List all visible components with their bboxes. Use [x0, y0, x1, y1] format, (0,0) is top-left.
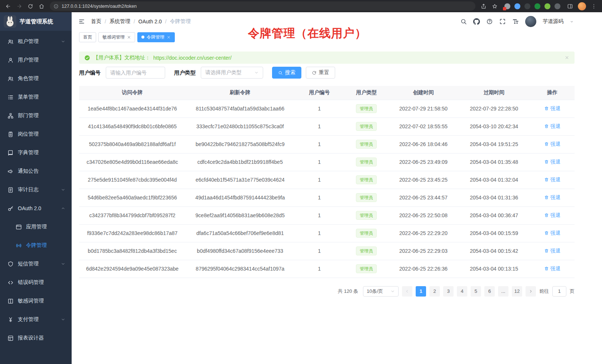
help-icon[interactable]: [486, 18, 493, 25]
expire-time-cell: 2054-03-10 20:42:34: [458, 118, 530, 135]
sidebar-item[interactable]: 审计日志: [0, 181, 72, 199]
page-button[interactable]: 3: [443, 286, 454, 297]
side-panel-icon[interactable]: [565, 1, 575, 11]
chevron-down-icon: [61, 39, 65, 44]
tab[interactable]: 敏感词管理: [98, 32, 135, 42]
sidebar-item[interactable]: OAuth 2.0: [0, 199, 72, 218]
breadcrumb: 首页/系统管理/OAuth 2.0/令牌管理: [91, 18, 191, 25]
user-type-select[interactable]: 请选择用户类型: [201, 67, 263, 79]
force-logout-button[interactable]: 强退: [544, 105, 560, 112]
sidebar-item-label: 菜单管理: [18, 94, 65, 100]
reset-button-label: 重置: [319, 69, 329, 76]
next-page-button[interactable]: [526, 286, 536, 297]
bookmark-star-icon[interactable]: [490, 1, 500, 11]
extension-icon[interactable]: [504, 3, 510, 9]
extension-icon[interactable]: [534, 3, 540, 9]
table-row: 502375b8040a469a9b82188afdf6af1fbe90422b…: [79, 135, 575, 153]
page-button[interactable]: 5: [471, 286, 481, 297]
info-icon[interactable]: [53, 4, 59, 9]
force-logout-button[interactable]: 强退: [544, 176, 560, 183]
force-logout-button[interactable]: 强退: [544, 212, 560, 219]
extension-icon[interactable]: [524, 3, 530, 9]
github-icon[interactable]: [473, 18, 480, 25]
search-button[interactable]: 搜索: [272, 67, 301, 79]
sidebar-item[interactable]: 岗位管理: [0, 125, 72, 143]
column-header: 访问令牌: [79, 86, 186, 100]
layout-icon: [7, 335, 14, 341]
sidebar-item[interactable]: 租户管理: [0, 32, 72, 51]
breadcrumb-item[interactable]: OAuth 2.0: [138, 19, 162, 24]
extension-icon[interactable]: [554, 3, 560, 9]
font-size-icon[interactable]: [512, 18, 519, 25]
force-logout-button[interactable]: 强退: [544, 141, 560, 148]
expire-time-cell: 2054-03-04 00:36:47: [458, 206, 530, 224]
back-icon[interactable]: [3, 1, 13, 11]
user-id-cell: 1: [295, 118, 344, 135]
home-icon[interactable]: [36, 1, 47, 11]
sidebar-item[interactable]: 角色管理: [0, 69, 72, 88]
force-logout-button[interactable]: 强退: [544, 248, 560, 254]
address-bar[interactable]: 127.0.0.1:1024/system/oauth2/token: [50, 1, 475, 11]
extension-icon[interactable]: [544, 3, 550, 9]
alert-close-icon[interactable]: [565, 55, 569, 60]
page-button[interactable]: 4: [457, 286, 467, 297]
close-icon[interactable]: [127, 35, 131, 39]
goto-page-input[interactable]: [552, 286, 566, 297]
extension-icon[interactable]: [514, 3, 520, 9]
page-button[interactable]: 2: [429, 286, 440, 297]
user-name[interactable]: 芋道源码: [543, 18, 563, 25]
page-size-select[interactable]: 10条/页: [363, 286, 399, 297]
page-button[interactable]: 6: [484, 286, 495, 297]
created-time-cell: 2022-06-25 22:29:20: [389, 224, 458, 242]
fullscreen-icon[interactable]: [499, 18, 506, 25]
tabs-bar: 首页敏感词管理令牌管理: [72, 31, 602, 43]
force-logout-button[interactable]: 强退: [544, 159, 560, 165]
breadcrumb-item[interactable]: 首页: [91, 18, 101, 25]
force-logout-button[interactable]: 强退: [544, 265, 560, 272]
share-icon[interactable]: [478, 1, 489, 11]
sidebar-item[interactable]: 应用管理: [0, 218, 72, 236]
sidebar-item[interactable]: 短信管理: [0, 255, 72, 273]
sidebar-item[interactable]: 用户管理: [0, 51, 72, 69]
sidebar-item[interactable]: 字典管理: [0, 143, 72, 162]
forward-icon[interactable]: [14, 1, 24, 11]
access-token-cell: c342377bf8b344799dcbf7bf095287f2: [79, 206, 186, 224]
sidebar-item[interactable]: 支付管理: [0, 310, 72, 329]
sidebar-item[interactable]: 令牌管理: [0, 236, 72, 255]
sidebar-item[interactable]: 错误码管理: [0, 273, 72, 292]
reset-button[interactable]: 重置: [306, 67, 335, 79]
user-avatar[interactable]: [525, 16, 536, 27]
sidebar-item-label: 应用管理: [26, 224, 65, 230]
close-icon[interactable]: [167, 35, 171, 39]
tab-label: 首页: [83, 34, 92, 40]
page-button[interactable]: 1: [416, 286, 426, 297]
sidebar-item[interactable]: 报表设计器: [0, 329, 72, 347]
user-id-input[interactable]: [106, 67, 165, 79]
sidebar-item-label: 错误码管理: [18, 279, 65, 286]
tab[interactable]: 首页: [79, 32, 96, 42]
force-logout-button[interactable]: 强退: [544, 194, 560, 201]
sidebar-item[interactable]: 菜单管理: [0, 88, 72, 106]
reload-icon[interactable]: [25, 1, 36, 11]
sidebar-item[interactable]: 通知公告: [0, 162, 72, 181]
search-icon[interactable]: [460, 18, 467, 25]
access-token-cell: 41c41346a548490f9dc8b01c6bfe0865: [79, 118, 186, 135]
page-ellipsis[interactable]: ...: [498, 286, 508, 297]
sidebar-item[interactable]: 敏感词管理: [0, 292, 72, 310]
yen-icon: [7, 317, 14, 323]
caret-down-icon[interactable]: [570, 20, 574, 24]
app-logo[interactable]: 芋道管理系统: [0, 12, 72, 31]
collapse-menu-icon[interactable]: [78, 18, 85, 25]
breadcrumb-separator: /: [134, 19, 135, 24]
browser-profile-avatar[interactable]: [578, 2, 586, 10]
sidebar-item[interactable]: 部门管理: [0, 106, 72, 125]
browser-menu-icon[interactable]: [589, 1, 599, 11]
breadcrumb-item[interactable]: 系统管理: [109, 18, 130, 25]
table-row: 54d6be82ee5a460a9aedc1f9bf22365649d1aa46…: [79, 189, 575, 206]
force-logout-button[interactable]: 强退: [544, 230, 560, 236]
prev-page-button[interactable]: [402, 286, 412, 297]
page-button[interactable]: 12: [512, 286, 522, 297]
tab[interactable]: 令牌管理: [137, 32, 175, 42]
force-logout-button[interactable]: 强退: [544, 123, 560, 130]
doc-link[interactable]: https://doc.iocoder.cn/user-center/: [153, 55, 232, 61]
